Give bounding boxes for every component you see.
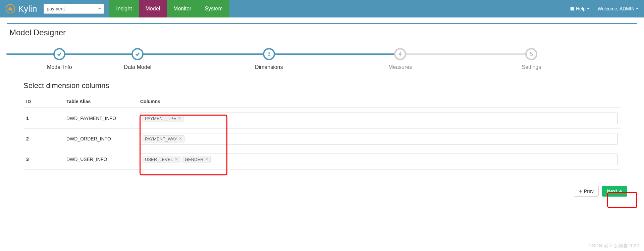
divider [16, 77, 628, 77]
project-selected-value: payment [47, 6, 65, 11]
close-icon[interactable]: ✕ [205, 157, 208, 162]
step-label: Settings [522, 64, 541, 70]
columns-tag-input[interactable]: USER_LEVEL✕GENDER✕ [140, 154, 618, 165]
step-number: 4 [394, 48, 406, 60]
step-dimensions[interactable]: 3 Dimensions [203, 48, 334, 70]
th-id: ID [23, 95, 64, 108]
prev-button[interactable]: Prev [574, 186, 599, 197]
table-row: 2DWD_ORDER_INFOPAYMENT_WAY✕ [23, 129, 621, 149]
nav-model[interactable]: Model [139, 0, 167, 17]
tag-label: PAYMENT_WAY [145, 136, 177, 141]
column-tag[interactable]: PAYMENT_TPE✕ [143, 115, 183, 122]
next-button[interactable]: Next [602, 186, 627, 197]
dimension-section: Select dimension columns ID Table Alias … [23, 81, 621, 170]
step-number: 3 [263, 48, 275, 60]
column-tag[interactable]: GENDER✕ [182, 156, 211, 163]
section-title: Select dimension columns [23, 81, 621, 90]
prev-label: Prev [584, 189, 594, 194]
cell-id: 3 [23, 149, 64, 170]
page-title: Model Designer [9, 28, 637, 37]
tag-label: USER_LEVEL [145, 157, 173, 162]
tag-label: PAYMENT_TPE [145, 116, 176, 121]
cell-alias: DWD_PAYMENT_INFO [64, 108, 138, 129]
chevron-down-icon [98, 8, 101, 9]
wizard-steps: Model Info Data Model 3 Dimensions 4 Mea… [47, 48, 597, 70]
user-dropdown[interactable]: Welcome, ADMIN [598, 6, 639, 11]
arrow-left-icon [579, 190, 582, 193]
check-icon [135, 51, 140, 57]
cell-alias: DWD_ORDER_INFO [64, 129, 138, 149]
step-number: 5 [525, 48, 537, 60]
brand[interactable]: Kylin [5, 4, 37, 14]
nav-insight[interactable]: Insight [109, 0, 139, 17]
brand-text: Kylin [18, 4, 37, 14]
columns-tag-input[interactable]: PAYMENT_TPE✕ [140, 113, 618, 124]
help-dropdown[interactable]: Help [570, 6, 590, 11]
step-settings[interactable]: 5 Settings [466, 48, 597, 70]
nav-system[interactable]: System [198, 0, 229, 17]
th-columns: Columns [138, 95, 621, 108]
kylin-logo-icon [5, 4, 15, 14]
help-label: Help [576, 6, 586, 11]
chevron-down-icon [636, 8, 639, 9]
table-row: 1DWD_PAYMENT_INFOPAYMENT_TPE✕ [23, 108, 621, 129]
tag-label: GENDER [185, 157, 204, 162]
project-select[interactable]: payment [44, 4, 104, 14]
check-icon [57, 51, 62, 57]
step-label: Dimensions [255, 64, 283, 70]
step-data-model[interactable]: Data Model [72, 48, 203, 70]
main-container: Model Designer Model Info Data Model 3 D… [0, 17, 644, 210]
book-icon [570, 6, 575, 11]
nav-right: Help Welcome, ADMIN [570, 6, 639, 11]
step-label: Measures [388, 64, 412, 70]
nav-links: Insight Model Monitor System [109, 0, 229, 17]
cell-columns: PAYMENT_TPE✕ [138, 108, 621, 129]
navbar: Kylin payment Insight Model Monitor Syst… [0, 0, 644, 17]
cell-columns: PAYMENT_WAY✕ [138, 129, 621, 149]
close-icon[interactable]: ✕ [175, 157, 178, 162]
cell-columns: USER_LEVEL✕GENDER✕ [138, 149, 621, 170]
welcome-label: Welcome, ADMIN [598, 6, 635, 11]
chevron-down-icon [587, 8, 590, 9]
close-icon[interactable]: ✕ [178, 116, 181, 121]
nav-monitor[interactable]: Monitor [167, 0, 198, 17]
step-label: Model Info [47, 64, 72, 70]
step-label: Data Model [124, 64, 151, 70]
dimension-table: ID Table Alias Columns 1DWD_PAYMENT_INFO… [23, 95, 621, 170]
top-border [7, 23, 637, 24]
next-label: Next [607, 189, 617, 194]
close-icon[interactable]: ✕ [179, 136, 182, 141]
column-tag[interactable]: USER_LEVEL✕ [143, 156, 180, 163]
wizard-footer: Prev Next [17, 186, 627, 197]
step-model-info[interactable]: Model Info [47, 48, 72, 70]
columns-tag-input[interactable]: PAYMENT_WAY✕ [140, 133, 618, 144]
table-row: 3DWD_USER_INFOUSER_LEVEL✕GENDER✕ [23, 149, 621, 170]
step-measures[interactable]: 4 Measures [334, 48, 466, 70]
arrow-right-icon [619, 190, 622, 193]
column-tag[interactable]: PAYMENT_WAY✕ [143, 135, 184, 142]
cell-id: 1 [23, 108, 64, 129]
cell-alias: DWD_USER_INFO [64, 149, 138, 170]
cell-id: 2 [23, 129, 64, 149]
th-alias: Table Alias [64, 95, 138, 108]
